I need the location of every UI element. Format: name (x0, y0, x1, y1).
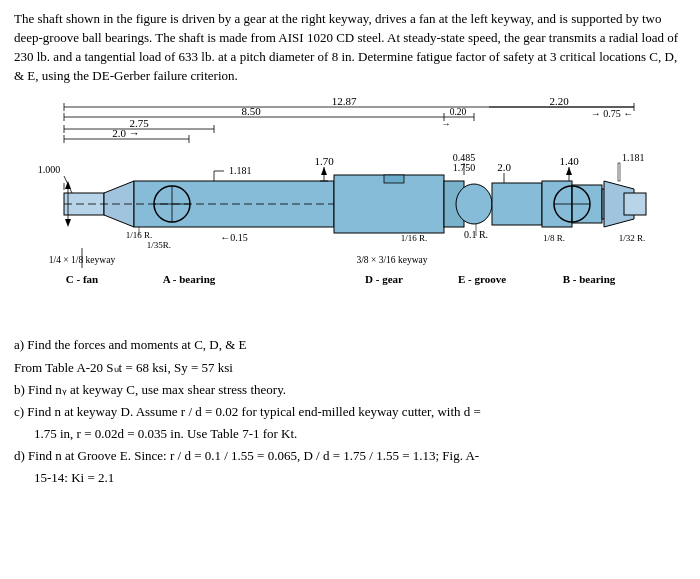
svg-text:→ 0.75 ←: → 0.75 ← (591, 108, 634, 119)
svg-rect-44 (492, 183, 542, 225)
intro-paragraph: The shaft shown in the figure is driven … (14, 10, 686, 85)
svg-text:D - gear: D - gear (365, 273, 403, 285)
svg-point-43 (456, 184, 492, 224)
svg-text:1.000: 1.000 (38, 164, 61, 175)
solution-d-indent: 15-14: Ki = 2.1 (34, 468, 686, 488)
svg-text:C - fan: C - fan (66, 273, 98, 285)
svg-text:1/16 R.: 1/16 R. (401, 233, 428, 243)
svg-text:1.40: 1.40 (559, 155, 579, 167)
svg-text:E - groove: E - groove (458, 273, 506, 285)
svg-text:→: → (441, 119, 451, 129)
svg-text:1/8 R.: 1/8 R. (543, 233, 565, 243)
svg-text:0.20: 0.20 (450, 107, 467, 117)
svg-rect-49 (624, 193, 646, 215)
svg-text:1.181: 1.181 (229, 165, 252, 176)
shaft-diagram: 12.87 8.50 0.20 → 2.20 → 0.75 ← 2.75 2.0… (14, 93, 686, 327)
svg-text:1/32 R.: 1/32 R. (619, 233, 646, 243)
svg-rect-37 (334, 175, 444, 233)
solution-c-label: c) Find n at keyway D. Assume r / d = 0.… (14, 402, 686, 422)
solution-a: a) Find the forces and moments at C, D, … (14, 335, 686, 355)
svg-text:2.0 →: 2.0 → (112, 127, 140, 139)
svg-text:2.20: 2.20 (549, 95, 569, 107)
svg-text:B - bearing: B - bearing (563, 273, 616, 285)
solution-d-label: d) Find n at Groove E. Since: r / d = 0.… (14, 446, 686, 466)
svg-text:8.50: 8.50 (241, 105, 261, 117)
solution-from: From Table A-20 Sᵤt = 68 ksi, Sy = 57 ks… (14, 358, 686, 378)
solution-c-indent: 1.75 in, r = 0.02d = 0.035 in. Use Table… (34, 424, 686, 444)
svg-text:←0.15: ←0.15 (220, 232, 248, 243)
svg-text:1.70: 1.70 (314, 155, 334, 167)
svg-rect-38 (384, 175, 404, 183)
svg-text:1.181: 1.181 (622, 152, 645, 163)
svg-text:1.750: 1.750 (453, 162, 476, 173)
svg-text:2.0: 2.0 (497, 161, 511, 173)
solution-section: a) Find the forces and moments at C, D, … (14, 335, 686, 488)
svg-text:12.87: 12.87 (332, 95, 357, 107)
svg-text:3/8 × 3/16 keyway: 3/8 × 3/16 keyway (356, 255, 427, 265)
svg-text:A - bearing: A - bearing (163, 273, 216, 285)
svg-text:1/35R.: 1/35R. (147, 240, 171, 250)
solution-b: b) Find nᵧ at keyway C, use max shear st… (14, 380, 686, 400)
